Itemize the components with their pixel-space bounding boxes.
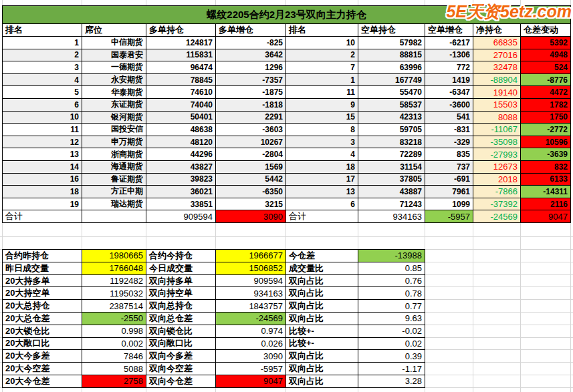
cell-short-pos[interactable]: 43887 <box>358 186 425 198</box>
summary-value-1[interactable]: 2387514 <box>82 300 146 313</box>
cell-long-chg[interactable]: 2291 <box>216 112 286 124</box>
header-pos-diff[interactable]: 仓差变动 <box>521 24 571 37</box>
summary-label-2[interactable]: 双向总持仓 <box>146 300 216 313</box>
total-empty-cell[interactable] <box>82 210 146 223</box>
cell-long-pos[interactable]: 50401 <box>146 112 216 124</box>
cell-net-pos[interactable]: 27016 <box>473 49 521 62</box>
cell-short-rank[interactable]: 15 <box>286 112 358 124</box>
summary-label-2[interactable]: 双向总仓差 <box>146 313 216 325</box>
summary-value-1[interactable]: 7846 <box>82 350 146 363</box>
cell-seat[interactable]: 中信期货 <box>82 37 146 49</box>
cell-short-rank[interactable]: 8 <box>286 124 358 136</box>
summary-value-3[interactable]: 0.02 <box>358 338 425 351</box>
cell-long-chg[interactable]: 3215 <box>216 198 286 211</box>
summary-label-2[interactable]: 双向敞口比 <box>146 338 216 351</box>
total-long-chg[interactable]: 3090 <box>216 210 286 223</box>
cell-long-pos[interactable]: 74040 <box>146 99 216 112</box>
header-long-chg[interactable]: 多单增仓 <box>216 24 286 37</box>
cell-short-pos[interactable]: 57982 <box>358 37 425 49</box>
summary-label-3[interactable]: 成交量比 <box>286 262 358 275</box>
summary-label-2[interactable]: 合约今持仓 <box>146 250 216 262</box>
cell-net-pos[interactable]: -35098 <box>473 136 521 149</box>
cell-long-chg[interactable]: 1569 <box>216 161 286 174</box>
summary-label-1[interactable]: 20大今多差 <box>3 350 82 363</box>
summary-value-2[interactable]: 3090 <box>216 350 286 363</box>
summary-label-1[interactable]: 合约昨持仓 <box>3 250 82 262</box>
cell-pos-diff[interactable]: 2116 <box>521 198 571 211</box>
summary-label-3[interactable]: 双向占比 <box>286 350 358 363</box>
summary-value-3[interactable]: 9.63 <box>358 313 425 325</box>
cell-long-chg[interactable]: -3603 <box>216 124 286 136</box>
summary-label-1[interactable]: 20大总仓差 <box>3 313 82 325</box>
total-long-pos[interactable]: 909594 <box>146 210 216 223</box>
header-net-pos[interactable]: 净持仓 <box>473 24 521 37</box>
summary-label-3[interactable]: 比较+- <box>286 325 358 338</box>
cell-short-chg[interactable]: 1099 <box>425 198 473 211</box>
summary-value-3[interactable]: 0.78 <box>358 287 425 300</box>
cell-long-pos[interactable]: 48120 <box>146 136 216 149</box>
cell-short-chg[interactable]: 541 <box>425 112 473 124</box>
summary-label-3[interactable]: 双向占比 <box>286 313 358 325</box>
cell-seat[interactable]: 海通期货 <box>82 161 146 174</box>
cell-short-rank[interactable]: 2 <box>286 49 358 62</box>
cell-short-pos[interactable]: 83218 <box>358 136 425 149</box>
cell-short-chg[interactable]: -691 <box>425 174 473 186</box>
cell-long-chg[interactable]: -1875 <box>216 86 286 99</box>
cell-long-pos[interactable]: 43827 <box>146 161 216 174</box>
cell-short-pos[interactable]: 42313 <box>358 112 425 124</box>
cell-short-chg[interactable]: -6217 <box>425 37 473 49</box>
cell-pos-diff[interactable]: -2772 <box>521 124 571 136</box>
cell-short-pos[interactable]: 55470 <box>358 86 425 99</box>
cell-short-rank[interactable]: 9 <box>286 99 358 112</box>
cell-long-pos[interactable]: 96474 <box>146 61 216 74</box>
cell-long-rank[interactable]: 10 <box>3 112 82 124</box>
cell-long-chg[interactable]: -825 <box>216 37 286 49</box>
summary-value-2[interactable]: 934163 <box>216 287 286 300</box>
cell-long-chg[interactable]: 3642 <box>216 49 286 62</box>
cell-short-rank[interactable]: 13 <box>286 186 358 198</box>
cell-short-chg[interactable]: 1419 <box>425 74 473 87</box>
summary-label-2[interactable]: 双向锁仓比 <box>146 325 216 338</box>
total-net-pos[interactable]: -24569 <box>473 210 521 223</box>
total-label[interactable]: 合计 <box>3 210 82 223</box>
cell-seat[interactable]: 永安期货 <box>82 74 146 87</box>
cell-long-rank[interactable]: 4 <box>3 74 82 87</box>
header-seat[interactable]: 席位 <box>82 24 146 37</box>
summary-label-3[interactable]: 双向占比 <box>286 363 358 375</box>
cell-net-pos[interactable]: -27993 <box>473 148 521 161</box>
total-label-2[interactable]: 合计 <box>286 210 358 223</box>
cell-seat[interactable]: 银河期货 <box>82 112 146 124</box>
summary-label-2[interactable]: 双向今空差 <box>146 363 216 375</box>
cell-short-chg[interactable]: 772 <box>425 61 473 74</box>
cell-long-chg[interactable]: -7357 <box>216 74 286 87</box>
cell-long-rank[interactable]: 11 <box>3 124 82 136</box>
header-long-pos[interactable]: 多单持仓 <box>146 24 216 37</box>
cell-short-chg[interactable]: -831 <box>425 124 473 136</box>
cell-long-rank[interactable]: 3 <box>3 61 82 74</box>
summary-value-1[interactable]: 1195032 <box>82 287 146 300</box>
summary-label-1[interactable]: 昨日成交量 <box>3 262 82 275</box>
cell-long-pos[interactable]: 74610 <box>146 86 216 99</box>
cell-long-rank[interactable]: 1 <box>3 37 82 49</box>
summary-value-2[interactable]: 9047 <box>216 375 286 388</box>
summary-label-2[interactable]: 双向持空单 <box>146 287 216 300</box>
summary-value-2[interactable]: 909594 <box>216 275 286 288</box>
cell-long-pos[interactable]: 48638 <box>146 124 216 136</box>
summary-label-1[interactable]: 20大今空差 <box>3 363 82 375</box>
summary-label-3[interactable]: 双向占比 <box>286 275 358 288</box>
cell-long-pos[interactable]: 33851 <box>146 198 216 211</box>
header-long-rank[interactable]: 排名 <box>3 24 82 37</box>
cell-long-chg[interactable]: -2804 <box>216 148 286 161</box>
cell-short-chg[interactable]: -3600 <box>425 99 473 112</box>
cell-long-rank[interactable]: 6 <box>3 99 82 112</box>
cell-seat[interactable]: 申万期货 <box>82 136 146 149</box>
cell-short-rank[interactable]: 18 <box>286 161 358 174</box>
cell-pos-diff[interactable]: 524 <box>521 61 571 74</box>
cell-short-rank[interactable]: 3 <box>286 136 358 149</box>
cell-long-rank[interactable]: 19 <box>3 198 82 211</box>
total-short-pos[interactable]: 934163 <box>358 210 425 223</box>
cell-pos-diff[interactable]: 4472 <box>521 86 571 99</box>
summary-label-3[interactable]: 双向占比 <box>286 287 358 300</box>
summary-value-3[interactable]: 0.39 <box>358 350 425 363</box>
cell-long-chg[interactable]: 1296 <box>216 61 286 74</box>
